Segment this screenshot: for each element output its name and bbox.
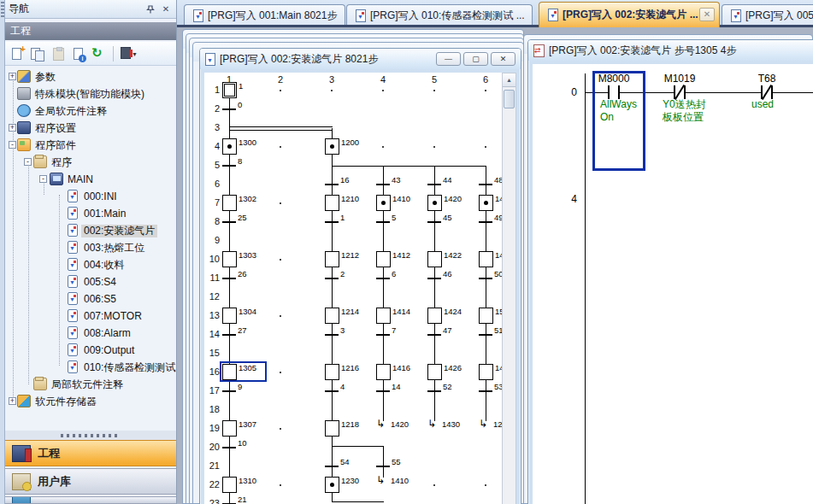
- tree-item[interactable]: +参数: [5, 68, 176, 85]
- close-button[interactable]: ✕: [491, 52, 515, 66]
- view-button-partial[interactable]: [5, 496, 176, 504]
- pin-icon[interactable]: [144, 3, 157, 15]
- sort-display-icon[interactable]: ▼: [119, 45, 136, 62]
- copy-icon[interactable]: [29, 45, 46, 62]
- sfc-step[interactable]: [222, 308, 237, 324]
- sfc-transition[interactable]: [376, 221, 390, 223]
- expand-icon[interactable]: +: [9, 73, 16, 80]
- sfc-step[interactable]: [325, 138, 339, 155]
- property-icon[interactable]: i: [70, 45, 87, 62]
- tree-item[interactable]: 010:传感器检测测试: [5, 359, 176, 376]
- tree-item[interactable]: -MAIN: [5, 171, 176, 188]
- sfc-transition[interactable]: [479, 390, 492, 392]
- contact-device-label[interactable]: M1019: [664, 73, 696, 85]
- sfc-transition[interactable]: [376, 334, 390, 336]
- minimize-button[interactable]: —: [436, 52, 461, 66]
- sfc-transition[interactable]: [427, 184, 441, 185]
- collapse-icon[interactable]: -: [24, 158, 32, 166]
- sfc-transition[interactable]: [325, 334, 339, 336]
- sfc-transition[interactable]: [376, 390, 390, 392]
- sfc-transition[interactable]: [479, 221, 492, 223]
- sfc-step[interactable]: [222, 138, 237, 155]
- sfc-step[interactable]: [325, 251, 339, 267]
- expand-icon[interactable]: +: [9, 124, 16, 132]
- sfc-step[interactable]: [376, 251, 391, 267]
- view-button-project[interactable]: 工程: [5, 440, 176, 466]
- sfc-transition[interactable]: [479, 278, 492, 279]
- tree-item[interactable]: 007:MOTOR: [5, 308, 176, 325]
- sfc-transition[interactable]: [427, 221, 441, 223]
- sfc-step[interactable]: [376, 195, 391, 211]
- sfc-transition[interactable]: [325, 278, 339, 279]
- sfc-transition[interactable]: [376, 466, 390, 467]
- sfc-transition[interactable]: [479, 334, 492, 336]
- expand-icon[interactable]: +: [9, 397, 16, 405]
- sfc-step[interactable]: [427, 251, 442, 267]
- document-tab[interactable]: [PRG]写入 005: [722, 4, 813, 26]
- tree-item[interactable]: 002:安装滤气片: [5, 222, 176, 239]
- sfc-step[interactable]: [222, 420, 237, 437]
- tree-item[interactable]: 全局软元件注释: [5, 103, 176, 120]
- sfc-window-titlebar[interactable]: [PRG]写入 002:安装滤气片 8021步 — ▢ ✕: [200, 49, 521, 69]
- sfc-transition[interactable]: [222, 108, 236, 110]
- sfc-step[interactable]: [325, 477, 339, 493]
- sfc-step[interactable]: [479, 308, 493, 324]
- sfc-step[interactable]: [376, 308, 391, 324]
- ladder-window-titlebar[interactable]: [PRG]写入 002:安装滤气片 步号1305 4步: [528, 40, 813, 61]
- tree-item[interactable]: 004:收料: [5, 256, 176, 273]
- view-button-userlib[interactable]: 用户库: [5, 468, 176, 495]
- sfc-step[interactable]: [479, 195, 493, 211]
- tree-item[interactable]: 001:Main: [5, 205, 176, 222]
- sfc-initial-step[interactable]: [222, 82, 237, 98]
- sfc-step[interactable]: [479, 251, 493, 267]
- sfc-transition[interactable]: [222, 390, 236, 392]
- sfc-transition[interactable]: [222, 221, 236, 223]
- scroll-up-icon[interactable]: ▲: [503, 73, 515, 87]
- close-icon[interactable]: ✕: [159, 3, 173, 15]
- contact-device-label[interactable]: T68: [758, 73, 776, 85]
- sfc-transition[interactable]: [222, 165, 236, 167]
- tree-item[interactable]: +程序设置: [5, 120, 176, 137]
- sfc-step[interactable]: [427, 308, 442, 324]
- ladder-canvas[interactable]: 04M8000AllWaysOnM1019Y0送热封板板位置T68used: [533, 64, 813, 504]
- sfc-canvas[interactable]: 1234561234567891011121314151617181920212…: [204, 73, 502, 504]
- sfc-transition[interactable]: [376, 184, 390, 185]
- paste-icon[interactable]: [50, 45, 67, 62]
- sfc-transition[interactable]: [427, 278, 441, 279]
- scrollbar-thumb[interactable]: [504, 90, 515, 108]
- sfc-transition[interactable]: [325, 221, 339, 223]
- sfc-transition[interactable]: [325, 184, 339, 185]
- panel-splitter[interactable]: [5, 431, 176, 440]
- refresh-icon[interactable]: ↻: [91, 45, 108, 62]
- tree-item[interactable]: 005:S4: [5, 273, 176, 290]
- sfc-step[interactable]: [325, 364, 339, 380]
- sfc-transition[interactable]: [325, 390, 339, 392]
- sfc-transition[interactable]: [325, 466, 339, 467]
- sfc-transition[interactable]: [427, 390, 441, 392]
- document-tab[interactable]: [PRG]写入 010:传感器检测测试 ...: [346, 4, 533, 26]
- tree-item[interactable]: 009:Output: [5, 342, 176, 359]
- collapse-icon[interactable]: -: [9, 141, 16, 149]
- tree-item[interactable]: -程序: [5, 154, 176, 171]
- sfc-step[interactable]: [325, 308, 339, 324]
- collapse-icon[interactable]: -: [39, 175, 47, 183]
- sfc-step[interactable]: [427, 364, 442, 380]
- tree-item[interactable]: 003:热熔工位: [5, 239, 176, 256]
- sfc-step[interactable]: [376, 364, 391, 380]
- sfc-transition[interactable]: [427, 334, 441, 336]
- new-data-icon[interactable]: +: [9, 45, 26, 62]
- sfc-transition[interactable]: [222, 447, 236, 448]
- tree-item[interactable]: 006:S5: [5, 290, 176, 308]
- sfc-step[interactable]: [222, 195, 237, 211]
- sfc-transition[interactable]: [222, 278, 236, 279]
- tree-item[interactable]: 008:Alarm: [5, 325, 176, 342]
- sfc-step[interactable]: [222, 251, 237, 267]
- tab-close-icon[interactable]: ✕: [699, 8, 715, 21]
- tree-item[interactable]: 特殊模块(智能功能模块): [5, 85, 176, 103]
- sfc-step[interactable]: [325, 195, 339, 211]
- tree-item[interactable]: +软元件存储器: [5, 393, 176, 410]
- restore-button[interactable]: ▢: [463, 52, 488, 66]
- tree-item[interactable]: -程序部件: [5, 137, 176, 154]
- sfc-vertical-scrollbar[interactable]: ▲: [502, 73, 516, 504]
- sfc-step[interactable]: [427, 195, 442, 211]
